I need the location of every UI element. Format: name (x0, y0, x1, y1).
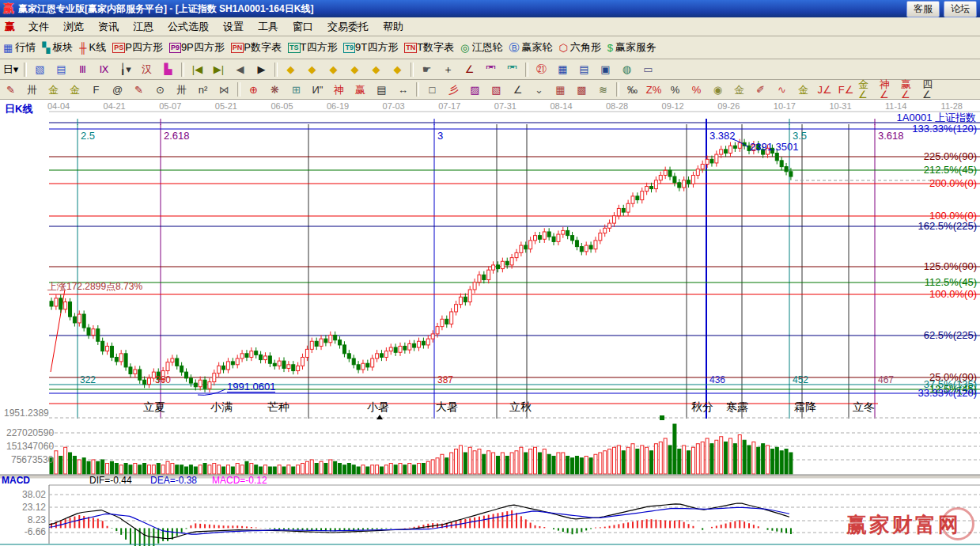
web-icon[interactable]: ❋ (265, 81, 285, 98)
f-angle-icon[interactable]: F∠ (836, 81, 856, 98)
volume-profile-icon[interactable]: ▙ (158, 61, 178, 78)
mirror-angle-icon[interactable]: ⋈ (214, 81, 234, 98)
diamond-right-icon[interactable]: ◆ (302, 61, 322, 78)
zoom-chart-icon[interactable]: ▧ (30, 61, 50, 78)
diamond-plus-icon[interactable]: ◆ (388, 61, 407, 78)
box-tool-icon[interactable]: □ (422, 81, 442, 98)
forum-button[interactable]: 论坛 (944, 1, 977, 17)
peak-annotation: 2391.3501 (750, 142, 798, 152)
period-day-dropdown[interactable]: 日▾ (1, 61, 21, 78)
percent-line-icon[interactable]: % (687, 81, 706, 98)
percent-icon[interactable]: % (665, 81, 685, 98)
winner-wheel-button[interactable]: Ⓑ赢家轮 (509, 40, 552, 55)
export-icon[interactable]: ◍ (617, 61, 637, 78)
shen-grid-icon[interactable]: 神 (329, 81, 349, 98)
p-square-button[interactable]: PSP四方形 (112, 40, 163, 55)
gold-box-icon[interactable]: 金 (793, 81, 813, 98)
spiral-icon[interactable]: @ (108, 81, 127, 98)
grid-block-arrow-icon[interactable]: ▩ (572, 81, 592, 98)
gold-circle-icon[interactable]: ◉ (708, 81, 728, 98)
sectors-button[interactable]: ▚板块 (42, 40, 73, 55)
menu-文件[interactable]: 文件 (21, 19, 56, 34)
diamond-star-icon[interactable]: ◆ (366, 61, 386, 78)
winner-service-button[interactable]: $赢家服务 (607, 40, 656, 55)
diamond-horizontal-icon[interactable]: ◆ (324, 61, 343, 78)
gann-grid-purple-icon[interactable]: 罓 (481, 61, 501, 78)
menu-资讯[interactable]: 资讯 (91, 19, 126, 34)
menu-交易委托[interactable]: 交易委托 (320, 19, 376, 34)
ruler-grid-icon[interactable]: ▤ (372, 81, 392, 98)
first-page-icon[interactable]: |◀ (187, 61, 207, 78)
wave-box-icon[interactable]: ∿ (772, 81, 792, 98)
rays-icon[interactable]: 彡 (444, 81, 464, 98)
box-rays-2-icon[interactable]: ▧ (486, 81, 506, 98)
notes-icon[interactable]: ▤ (574, 61, 594, 78)
diamond-left-icon[interactable]: ◆ (281, 61, 301, 78)
si-angle-icon[interactable]: 四∠ (921, 81, 941, 98)
percent-z-icon[interactable]: Z% (644, 81, 664, 98)
hash-2-icon[interactable]: 卅 (172, 81, 191, 98)
gann-wheel-button[interactable]: ◎江恩轮 (460, 40, 502, 55)
t-table-button[interactable]: TNT数字表 (404, 40, 454, 55)
remote-icon[interactable]: ▭ (638, 61, 658, 78)
save-icon[interactable]: ▣ (596, 61, 615, 78)
k-quote-icon[interactable]: И" (308, 81, 327, 98)
target-icon[interactable]: ⊕ (244, 81, 263, 98)
web-square-icon[interactable]: ⊞ (286, 81, 306, 98)
ying-grid-icon[interactable]: 赢 (350, 81, 370, 98)
t-square-button[interactable]: TST四方形 (288, 40, 337, 55)
time-circle-icon[interactable]: ⊙ (150, 81, 170, 98)
p-table-button[interactable]: PNP数字表 (231, 40, 282, 55)
menu-设置[interactable]: 设置 (216, 19, 251, 34)
box-rays-icon[interactable]: ▨ (465, 81, 485, 98)
menu-江恩[interactable]: 江恩 (126, 19, 161, 34)
percent-table-icon[interactable]: ‰ (622, 81, 642, 98)
hand-tool-icon[interactable]: ☛ (417, 61, 437, 78)
low-annotation: 1991.0601 (227, 381, 275, 392)
ying-angle-icon[interactable]: 赢∠ (900, 81, 920, 98)
overlay-3-icon[interactable]: Ⅲ (73, 61, 93, 78)
prev-page-icon[interactable]: ◀ (230, 61, 250, 78)
customer-service-button[interactable]: 客服 (906, 1, 940, 17)
grid-block-icon[interactable]: ▦ (551, 81, 570, 98)
grid-hash-icon[interactable]: 卅 (22, 81, 42, 98)
last-page-icon[interactable]: ▶| (209, 61, 229, 78)
crosshair-tool-icon[interactable]: ＋ (438, 61, 458, 78)
j-angle-icon[interactable]: J∠ (815, 81, 834, 98)
span-arrows-icon[interactable]: ↔ (393, 81, 413, 98)
v-line-icon[interactable]: ⌄ (529, 81, 549, 98)
next-page-icon[interactable]: ▶ (252, 61, 271, 78)
diamond-cross-icon[interactable]: ◆ (345, 61, 365, 78)
info-panel-icon[interactable]: ▤ (51, 61, 71, 78)
trend-angle-icon[interactable]: ∠ (508, 81, 528, 98)
menu-帮助[interactable]: 帮助 (376, 19, 411, 34)
brush-3-icon[interactable]: ✐ (751, 81, 770, 98)
menu-公式选股[interactable]: 公式选股 (161, 19, 216, 34)
f-grid-icon[interactable]: F (86, 81, 106, 98)
gold-lines-icon[interactable]: 金 (729, 81, 749, 98)
gold-angle-icon[interactable]: 金∠ (857, 81, 877, 98)
kline-button[interactable]: ╫K线 (79, 40, 106, 55)
shen-angle-icon[interactable]: 神∠ (879, 81, 899, 98)
menu-窗口[interactable]: 窗口 (286, 19, 320, 34)
calendar-icon[interactable]: ㉑ (532, 61, 551, 78)
quotes-button[interactable]: ▦行情 (3, 40, 36, 55)
chart-canvas[interactable] (0, 100, 980, 546)
9p-square-button[interactable]: P99P四方形 (169, 40, 225, 55)
gold-grid-2-icon[interactable]: 金 (65, 81, 85, 98)
han-chart-icon[interactable]: 汉 (137, 61, 157, 78)
menu-工具[interactable]: 工具 (251, 19, 286, 34)
9t-square-button[interactable]: T99T四方形 (343, 40, 398, 55)
gann-grid-teal-icon[interactable]: 罓 (502, 61, 522, 78)
n-square-icon[interactable]: n² (193, 81, 213, 98)
measure-tool-icon[interactable]: ∠ (460, 61, 479, 78)
hexagon-button[interactable]: ⬡六角形 (558, 40, 600, 55)
overlay-9-icon[interactable]: Ⅸ (94, 61, 114, 78)
brush-2-icon[interactable]: ✎ (129, 81, 149, 98)
gold-grid-1-icon[interactable]: 金 (44, 81, 63, 98)
brush-tool-icon[interactable]: ✎ (1, 81, 21, 98)
candle-style-dropdown[interactable]: ╽▾ (115, 61, 135, 78)
menu-浏览[interactable]: 浏览 (56, 19, 91, 34)
calculator-icon[interactable]: ▦ (553, 61, 573, 78)
parallel-lines-icon[interactable]: ≋ (593, 81, 613, 98)
